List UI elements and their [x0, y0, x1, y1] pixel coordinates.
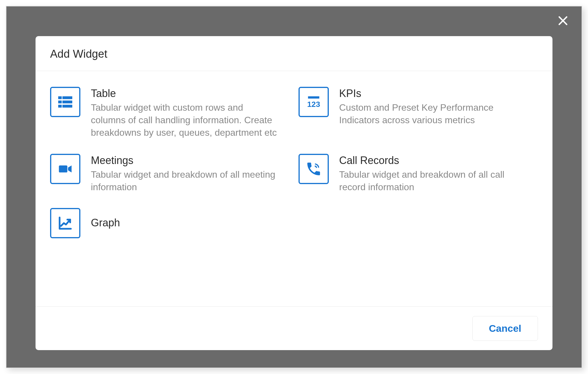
cancel-button[interactable]: Cancel	[472, 316, 538, 341]
option-description: Custom and Preset Key Performance Indica…	[339, 101, 526, 126]
option-text: Table Tabular widget with custom rows an…	[91, 87, 277, 139]
video-camera-icon	[50, 154, 80, 184]
kpi-icon: 123	[299, 87, 329, 117]
widget-option-table[interactable]: Table Tabular widget with custom rows an…	[50, 87, 290, 139]
option-description: Tabular widget and breakdown of all meet…	[91, 168, 277, 193]
option-text: KPIs Custom and Preset Key Performance I…	[339, 87, 526, 126]
close-button[interactable]	[555, 13, 571, 30]
svg-rect-5	[62, 100, 72, 103]
option-text: Meetings Tabular widget and breakdown of…	[91, 154, 277, 193]
option-text: Graph	[91, 208, 120, 231]
app-frame: Add Widget	[6, 6, 582, 368]
svg-rect-4	[58, 100, 62, 103]
line-chart-icon	[50, 208, 80, 238]
option-description: Tabular widget with custom rows and colu…	[91, 101, 277, 139]
close-icon	[557, 13, 569, 30]
svg-rect-10	[59, 165, 67, 172]
overlay-header	[6, 6, 582, 33]
option-title: Graph	[91, 217, 120, 229]
svg-rect-8	[308, 96, 319, 99]
widget-options-grid: Table Tabular widget with custom rows an…	[36, 71, 552, 306]
widget-option-call-records[interactable]: Call Records Tabular widget and breakdow…	[299, 154, 538, 193]
modal-overlay: Add Widget	[6, 6, 582, 368]
option-title: Meetings	[91, 154, 277, 167]
option-description: Tabular widget and breakdown of all call…	[339, 168, 526, 193]
svg-rect-3	[62, 96, 72, 99]
svg-rect-6	[58, 105, 62, 108]
widget-option-kpis[interactable]: 123 KPIs Custom and Preset Key Performan…	[299, 87, 538, 139]
dialog-header: Add Widget	[36, 36, 552, 71]
svg-rect-7	[62, 105, 72, 108]
svg-text:123: 123	[307, 100, 320, 109]
widget-option-graph[interactable]: Graph	[50, 208, 290, 238]
option-text: Call Records Tabular widget and breakdow…	[339, 154, 526, 193]
dialog-title: Add Widget	[50, 48, 538, 60]
svg-rect-2	[58, 96, 62, 99]
dialog-footer: Cancel	[36, 306, 552, 350]
add-widget-dialog: Add Widget	[36, 36, 552, 350]
option-title: Table	[91, 87, 277, 100]
option-title: Call Records	[339, 154, 526, 167]
table-icon	[50, 87, 80, 117]
option-title: KPIs	[339, 87, 526, 100]
phone-icon	[299, 154, 329, 184]
widget-option-meetings[interactable]: Meetings Tabular widget and breakdown of…	[50, 154, 290, 193]
